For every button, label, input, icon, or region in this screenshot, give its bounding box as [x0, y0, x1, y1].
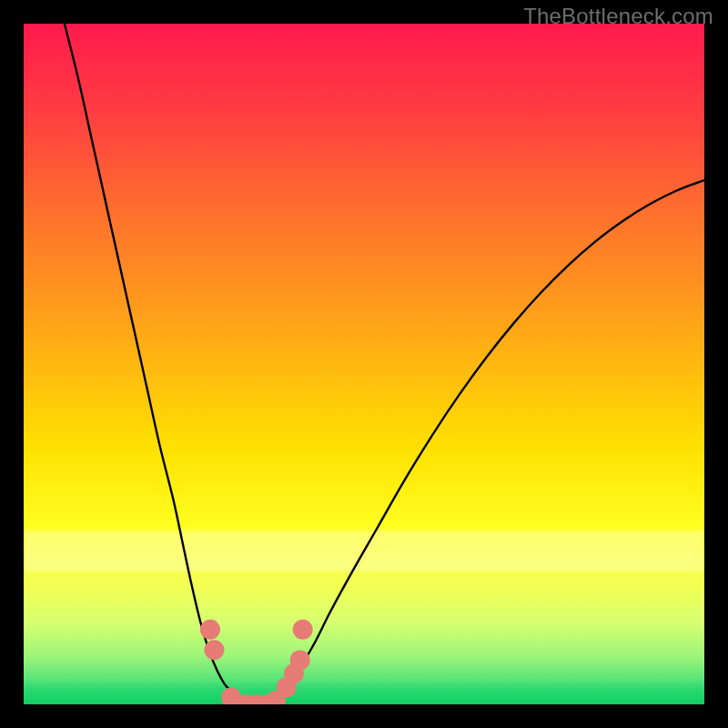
plot-area: [24, 24, 704, 704]
watermark-text: TheBottleneck.com: [523, 4, 713, 29]
curve-left-branch: [65, 24, 238, 704]
chart-frame: TheBottleneck.com: [0, 0, 728, 728]
marker-dot: [200, 620, 220, 640]
curve-layer: [24, 24, 704, 704]
curve-right-branch: [276, 180, 704, 704]
marker-dot: [290, 650, 310, 670]
marker-dot: [204, 640, 224, 660]
marker-dot: [293, 620, 313, 640]
